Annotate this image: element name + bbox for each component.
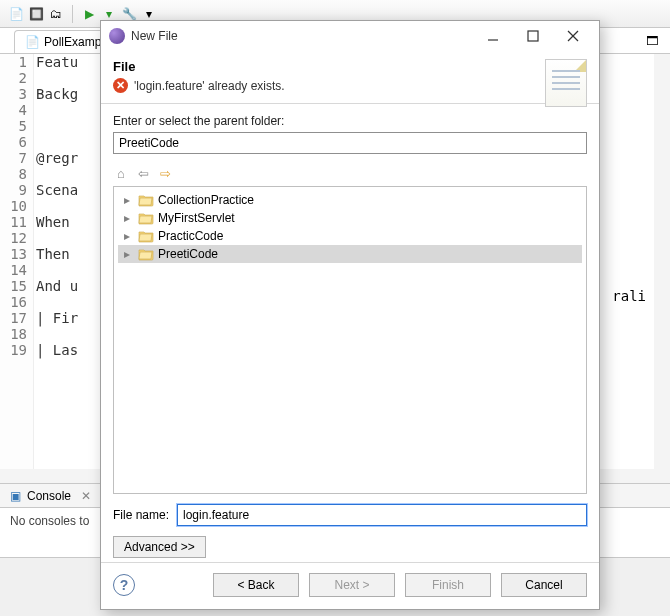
tree-item[interactable]: ▸CollectionPractice (118, 191, 582, 209)
parent-folder-input[interactable] (113, 132, 587, 154)
restore-icon[interactable]: 🗖 (646, 34, 658, 48)
tree-item[interactable]: ▸PreetiCode (118, 245, 582, 263)
banner-title: File (113, 59, 587, 74)
vertical-scrollbar[interactable] (654, 54, 670, 483)
home-icon[interactable]: ⌂ (113, 165, 129, 181)
dialog-footer: ? < Back Next > Finish Cancel (101, 562, 599, 609)
console-close-icon[interactable]: ✕ (81, 489, 91, 503)
help-button[interactable]: ? (113, 574, 135, 596)
expand-icon[interactable]: ▸ (124, 193, 136, 207)
back-arrow-icon[interactable]: ⇦ (135, 165, 151, 181)
console-title[interactable]: Console (27, 489, 71, 503)
next-button: Next > (309, 573, 395, 597)
dialog-title: New File (131, 29, 473, 43)
maximize-button[interactable] (513, 22, 553, 50)
expand-icon[interactable]: ▸ (124, 229, 136, 243)
icon-2[interactable]: 🔲 (28, 6, 44, 22)
line-gutter: 12345678910111213141516171819 (0, 54, 34, 483)
tree-toolbar: ⌂ ⇦ ⇨ (113, 162, 587, 184)
new-file-dialog: New File File ✕ 'login.feature' already … (100, 20, 600, 610)
console-icon: ▣ (10, 489, 21, 503)
tree-item[interactable]: ▸MyFirstServlet (118, 209, 582, 227)
icon-1[interactable]: 📄 (8, 6, 24, 22)
file-name-label: File name: (113, 508, 169, 522)
forward-arrow-icon[interactable]: ⇨ (157, 165, 173, 181)
error-row: ✕ 'login.feature' already exists. (113, 78, 587, 93)
error-message: 'login.feature' already exists. (134, 79, 285, 93)
close-button[interactable] (553, 22, 593, 50)
expand-icon[interactable]: ▸ (124, 247, 136, 261)
minimize-button[interactable] (473, 22, 513, 50)
dialog-body: Enter or select the parent folder: ⌂ ⇦ ⇨… (101, 104, 599, 562)
svg-rect-1 (528, 31, 538, 41)
tree-item-label: PreetiCode (158, 247, 218, 261)
tree-item[interactable]: ▸PracticCode (118, 227, 582, 245)
cancel-button[interactable]: Cancel (501, 573, 587, 597)
tree-item-label: MyFirstServlet (158, 211, 235, 225)
file-icon: 📄 (25, 35, 40, 49)
file-preview-icon (545, 59, 587, 107)
code-fragment-right: rali (612, 288, 646, 304)
advanced-button[interactable]: Advanced >> (113, 536, 206, 558)
back-button[interactable]: < Back (213, 573, 299, 597)
run-icon[interactable]: ▶ (81, 6, 97, 22)
console-text: No consoles to (10, 514, 89, 528)
tree-item-label: CollectionPractice (158, 193, 254, 207)
eclipse-icon (109, 28, 125, 44)
folder-tree[interactable]: ▸CollectionPractice▸MyFirstServlet▸Pract… (113, 186, 587, 494)
separator (72, 5, 73, 23)
expand-icon[interactable]: ▸ (124, 211, 136, 225)
file-name-input[interactable] (177, 504, 587, 526)
tree-item-label: PracticCode (158, 229, 223, 243)
finish-button: Finish (405, 573, 491, 597)
file-name-row: File name: (113, 504, 587, 526)
error-icon: ✕ (113, 78, 128, 93)
icon-3[interactable]: 🗂 (48, 6, 64, 22)
dialog-banner: File ✕ 'login.feature' already exists. (101, 51, 599, 104)
tab-label: PollExampl (44, 35, 104, 49)
dialog-titlebar[interactable]: New File (101, 21, 599, 51)
parent-folder-label: Enter or select the parent folder: (113, 114, 587, 128)
advanced-row: Advanced >> (113, 536, 587, 558)
